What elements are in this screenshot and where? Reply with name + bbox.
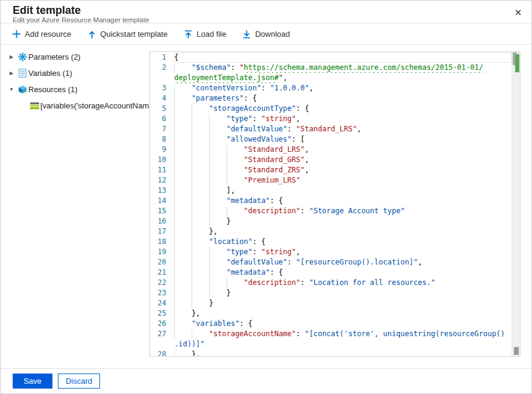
page-title: Edit template bbox=[13, 4, 81, 17]
tree-item-parameters[interactable]: ▶Parameters (2) bbox=[1, 49, 149, 65]
code-line-27[interactable]: 27"storageAccountName": "[concat('store'… bbox=[150, 329, 512, 339]
indent-guide bbox=[209, 257, 227, 267]
code-text: "description": "Location for all resourc… bbox=[174, 278, 512, 288]
code-text: "location": { bbox=[174, 237, 512, 247]
toolbar-button-load-file[interactable]: Load file bbox=[184, 30, 226, 39]
code-text: } bbox=[174, 216, 512, 227]
toolbar-button-add-resource[interactable]: Add resource bbox=[13, 30, 71, 39]
toolbar: Add resourceQuickstart templateLoad file… bbox=[1, 24, 531, 45]
indent-guide bbox=[192, 237, 209, 247]
toolbar-button-download[interactable]: Download bbox=[243, 30, 290, 39]
indent-guide bbox=[227, 165, 244, 175]
code-line-8[interactable]: 8"allowedValues": [ bbox=[150, 134, 512, 145]
code-line-18[interactable]: 18"location": { bbox=[150, 237, 512, 247]
indent-guide bbox=[192, 114, 209, 124]
save-button[interactable]: Save bbox=[13, 374, 52, 389]
tree-item-variables[interactable]: ▶Variables (1) bbox=[1, 65, 149, 81]
code-editor[interactable]: 1{2"$schema": "https://schema.management… bbox=[149, 51, 521, 357]
code-line-14[interactable]: 14"metadata": { bbox=[150, 196, 512, 206]
tree-item-label: Resources (1) bbox=[28, 85, 78, 94]
indent-guide bbox=[209, 114, 227, 124]
code-text: }, bbox=[174, 308, 512, 319]
code-line-11[interactable]: 11"Standard_ZRS", bbox=[150, 165, 512, 175]
indent-guide bbox=[227, 175, 244, 186]
code-text: "type": "string", bbox=[174, 114, 512, 124]
indent-guide bbox=[209, 165, 227, 175]
indent-guide bbox=[174, 308, 192, 319]
code-text: } bbox=[174, 288, 512, 298]
code-line-16[interactable]: 16} bbox=[150, 216, 512, 227]
indent-guide bbox=[192, 257, 209, 267]
code-line-20[interactable]: 20"defaultValue": "[resourceGroup().loca… bbox=[150, 257, 512, 267]
discard-button[interactable]: Discard bbox=[58, 374, 100, 389]
code-line-21[interactable]: 21"metadata": { bbox=[150, 267, 512, 278]
code-line-22[interactable]: 22"description": "Location for all resou… bbox=[150, 278, 512, 288]
code-line-23[interactable]: 23} bbox=[150, 288, 512, 298]
indent-guide bbox=[209, 196, 227, 206]
indent-guide bbox=[227, 145, 244, 155]
code-line-12[interactable]: 12"Premium_LRS" bbox=[150, 175, 512, 186]
code-line-25[interactable]: 25}, bbox=[150, 308, 512, 319]
toolbar-button-label: Download bbox=[255, 30, 290, 39]
indent-guide bbox=[174, 93, 192, 104]
line-number bbox=[150, 339, 174, 349]
panel-header: Edit template Edit your Azure Resource M… bbox=[1, 1, 531, 23]
code-line-24[interactable]: 24} bbox=[150, 298, 512, 308]
line-number: 18 bbox=[150, 237, 174, 247]
indent-guide bbox=[227, 206, 244, 216]
close-icon[interactable]: ✕ bbox=[512, 7, 524, 19]
indent-guide bbox=[192, 196, 209, 206]
tree-item-resources[interactable]: ▼Resources (1) bbox=[1, 81, 149, 98]
code-text: }, bbox=[174, 349, 512, 357]
code-line-5[interactable]: 5"storageAccountType": { bbox=[150, 104, 512, 114]
indent-guide bbox=[209, 155, 227, 165]
indent-guide bbox=[174, 104, 192, 114]
chevron-right-icon[interactable]: ▶ bbox=[7, 54, 16, 60]
vertical-scrollbar[interactable] bbox=[512, 52, 520, 356]
indent-guide bbox=[174, 329, 192, 339]
chevron-down-icon[interactable]: ▼ bbox=[7, 87, 16, 92]
line-number: 27 bbox=[150, 329, 174, 339]
toolbar-button-label: Add resource bbox=[25, 30, 71, 39]
line-number: 20 bbox=[150, 257, 174, 267]
indent-guide bbox=[174, 288, 192, 298]
code-line-26[interactable]: 26"variables": { bbox=[150, 319, 512, 329]
code-line-19[interactable]: 19"type": "string", bbox=[150, 247, 512, 257]
tree-item-variablesstorageaccountnam[interactable]: [variables('storageAccountNam... bbox=[1, 98, 149, 114]
line-number bbox=[150, 73, 174, 83]
code-text: "Standard_ZRS", bbox=[174, 165, 512, 175]
indent-guide bbox=[174, 155, 192, 165]
code-line-4[interactable]: 4"parameters": { bbox=[150, 93, 512, 104]
code-line-6[interactable]: 6"type": "string", bbox=[150, 114, 512, 124]
variables-icon bbox=[16, 69, 28, 78]
code-line-wrap[interactable]: .id))]" bbox=[150, 339, 512, 349]
indent-guide bbox=[209, 206, 227, 216]
horizontal-scrollbar-thumb[interactable] bbox=[514, 347, 519, 355]
code-line-7[interactable]: 7"defaultValue": "Standard_LRS", bbox=[150, 124, 512, 134]
line-number: 2 bbox=[150, 63, 174, 73]
chevron-right-icon[interactable]: ▶ bbox=[7, 70, 16, 76]
line-number: 25 bbox=[150, 308, 174, 319]
indent-guide bbox=[209, 267, 227, 278]
code-line-wrap[interactable]: deploymentTemplate.json#", bbox=[150, 73, 512, 83]
toolbar-button-quickstart-template[interactable]: Quickstart template bbox=[88, 30, 167, 39]
indent-guide bbox=[227, 155, 244, 165]
code-line-3[interactable]: 3"contentVersion": "1.0.0.0", bbox=[150, 83, 512, 93]
code-line-1[interactable]: 1{ bbox=[150, 52, 512, 63]
code-line-2[interactable]: 2"$schema": "https://schema.management.a… bbox=[150, 63, 512, 73]
code-line-10[interactable]: 10"Standard_GRS", bbox=[150, 155, 512, 165]
indent-guide bbox=[174, 319, 192, 329]
indent-guide bbox=[192, 134, 209, 145]
line-number: 13 bbox=[150, 186, 174, 196]
code-line-17[interactable]: 17}, bbox=[150, 227, 512, 237]
indent-guide bbox=[209, 278, 227, 288]
indent-guide bbox=[209, 216, 227, 227]
panel-footer: Save Discard bbox=[1, 368, 531, 393]
template-tree: ▶Parameters (2)▶Variables (1)▼Resources … bbox=[1, 49, 149, 368]
code-line-28[interactable]: 28}, bbox=[150, 349, 512, 357]
code-line-13[interactable]: 13], bbox=[150, 186, 512, 196]
line-number: 21 bbox=[150, 267, 174, 278]
code-line-9[interactable]: 9"Standard_LRS", bbox=[150, 145, 512, 155]
code-text: "type": "string", bbox=[174, 247, 512, 257]
code-line-15[interactable]: 15"description": "Storage Account type" bbox=[150, 206, 512, 216]
